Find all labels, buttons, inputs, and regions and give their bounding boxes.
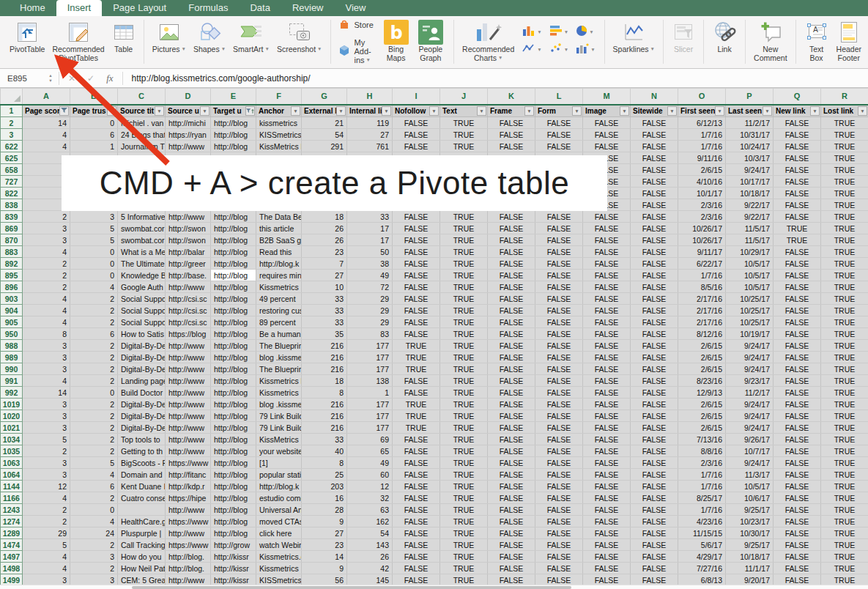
cell-Q3[interactable]: FALSE	[774, 129, 821, 141]
cell-H1274[interactable]: 162	[347, 516, 393, 527]
row-header-990[interactable]: 990	[1, 363, 23, 375]
cell-Q1035[interactable]: FALSE	[774, 445, 821, 457]
cell-G991[interactable]: 18	[302, 375, 347, 387]
table-button[interactable]: Table	[108, 18, 139, 55]
cell-Q727[interactable]: FALSE	[774, 176, 821, 188]
cell-P1021[interactable]: 9/24/17	[726, 422, 774, 434]
cell-J992[interactable]: TRUE	[440, 387, 488, 399]
cell-L1498[interactable]: FALSE	[535, 563, 583, 574]
row-header-1034[interactable]: 1034	[1, 434, 23, 445]
cell-E1034[interactable]: http://blog	[211, 434, 256, 445]
cell-P1035[interactable]: 10/7/17	[726, 445, 774, 457]
cell-N895[interactable]: FALSE	[631, 270, 678, 281]
column-header-R[interactable]: R	[821, 89, 868, 105]
cell-K1035[interactable]: FALSE	[488, 445, 535, 457]
cell-E1144[interactable]: http://blog	[211, 481, 256, 492]
cell-E988[interactable]: http://blog	[211, 340, 256, 352]
cell-F905[interactable]: 89 percent	[256, 316, 302, 328]
cell-P892[interactable]: 10/5/17	[726, 258, 774, 270]
cell-A991[interactable]: 4	[23, 375, 70, 387]
row-header-989[interactable]: 989	[1, 352, 23, 363]
cell-F1035[interactable]: your website	[256, 445, 302, 457]
cell-D992[interactable]: http://www	[166, 387, 211, 399]
cell-Q989[interactable]: FALSE	[774, 352, 821, 363]
cell-P990[interactable]: 9/24/17	[726, 363, 774, 375]
cell-A1144[interactable]: 12	[23, 481, 70, 492]
cell-A905[interactable]: 4	[23, 316, 70, 328]
cell-P869[interactable]: 11/5/17	[726, 223, 774, 234]
sparklines-button[interactable]: Sparklines▼	[609, 18, 659, 55]
header-footer-button[interactable]: Header Footer	[833, 18, 865, 64]
cell-F1498[interactable]: Kissmetrics	[256, 563, 302, 574]
cell-J1243[interactable]: TRUE	[440, 504, 488, 516]
cell-E903[interactable]: http://blog	[211, 293, 256, 305]
cell-J1034[interactable]: TRUE	[440, 434, 488, 445]
cell-B989[interactable]: 2	[70, 352, 118, 363]
cell-I992[interactable]: FALSE	[393, 387, 440, 399]
cell-P838[interactable]: 9/22/17	[726, 199, 774, 211]
cell-F950[interactable]: Be a human,	[256, 328, 302, 340]
tab-home[interactable]: Home	[9, 0, 56, 16]
cell-N838[interactable]: FALSE	[631, 199, 678, 211]
cell-I870[interactable]: FALSE	[393, 234, 440, 246]
cell-N988[interactable]: FALSE	[631, 340, 678, 352]
cell-N870[interactable]: FALSE	[631, 234, 678, 246]
cell-D1034[interactable]: http://www	[166, 434, 211, 445]
cell-B1064[interactable]: 4	[70, 469, 118, 481]
cell-K622[interactable]: FALSE	[488, 141, 535, 152]
cell-L895[interactable]: FALSE	[535, 270, 583, 281]
cell-B990[interactable]: 2	[70, 363, 118, 375]
row-header-1020[interactable]: 1020	[1, 410, 23, 422]
column-header-B[interactable]: B	[70, 89, 118, 105]
cell-H904[interactable]: 29	[347, 305, 393, 316]
row-header-1064[interactable]: 1064	[1, 469, 23, 481]
filter-button-J[interactable]: ▼	[477, 106, 486, 116]
cell-R1021[interactable]: TRUE	[821, 422, 868, 434]
column-header-L[interactable]: L	[535, 89, 583, 105]
cell-K3[interactable]: FALSE	[488, 129, 535, 141]
cell-C991[interactable]: Landing page	[118, 375, 166, 387]
cell-D622[interactable]: http://www	[166, 141, 211, 152]
column-header-O[interactable]: O	[678, 89, 726, 105]
cell-K1020[interactable]: FALSE	[488, 410, 535, 422]
cell-Q991[interactable]: FALSE	[774, 375, 821, 387]
column-header-D[interactable]: D	[166, 89, 211, 105]
cell-N1166[interactable]: FALSE	[631, 492, 678, 504]
cell-J870[interactable]: TRUE	[440, 234, 488, 246]
cell-N991[interactable]: FALSE	[631, 375, 678, 387]
cell-N2[interactable]: FALSE	[631, 117, 678, 129]
row-header-905[interactable]: 905	[1, 316, 23, 328]
cell-E904[interactable]: http://blog	[211, 305, 256, 316]
cell-Q988[interactable]: FALSE	[774, 340, 821, 352]
cell-Q2[interactable]: FALSE	[774, 117, 821, 129]
row-header-903[interactable]: 903	[1, 293, 23, 305]
cell-R1063[interactable]: TRUE	[821, 457, 868, 469]
cell-O990[interactable]: 2/6/15	[678, 363, 726, 375]
cell-O727[interactable]: 4/10/16	[678, 176, 726, 188]
cell-M1274[interactable]: FALSE	[583, 516, 631, 527]
cell-L990[interactable]: FALSE	[535, 363, 583, 375]
cell-F896[interactable]: Kissmetrics	[256, 281, 302, 293]
cell-Q1498[interactable]: FALSE	[774, 563, 821, 574]
cell-P895[interactable]: 10/5/17	[726, 270, 774, 281]
cell-J839[interactable]: TRUE	[440, 211, 488, 223]
name-box-stepper[interactable]: ▲▼	[45, 73, 56, 82]
cell-E870[interactable]: http://blog	[211, 234, 256, 246]
cell-B950[interactable]: 6	[70, 328, 118, 340]
cell-C1064[interactable]: Domain and	[118, 469, 166, 481]
cell-H622[interactable]: 761	[347, 141, 393, 152]
cell-Q1166[interactable]: FALSE	[774, 492, 821, 504]
cell-I1243[interactable]: FALSE	[393, 504, 440, 516]
cell-M2[interactable]: FALSE	[583, 117, 631, 129]
cell-K1144[interactable]: FALSE	[488, 481, 535, 492]
line-chart-button[interactable]: ▼	[522, 42, 541, 56]
cell-K1274[interactable]: FALSE	[488, 516, 535, 527]
column-header-J[interactable]: J	[440, 89, 488, 105]
column-header-E[interactable]: E	[211, 89, 256, 105]
cell-Q896[interactable]: FALSE	[774, 281, 821, 293]
cell-M989[interactable]: FALSE	[583, 352, 631, 363]
cell-R896[interactable]: TRUE	[821, 281, 868, 293]
cell-H869[interactable]: 17	[347, 223, 393, 234]
cell-N3[interactable]: FALSE	[631, 129, 678, 141]
cell-J3[interactable]: TRUE	[440, 129, 488, 141]
